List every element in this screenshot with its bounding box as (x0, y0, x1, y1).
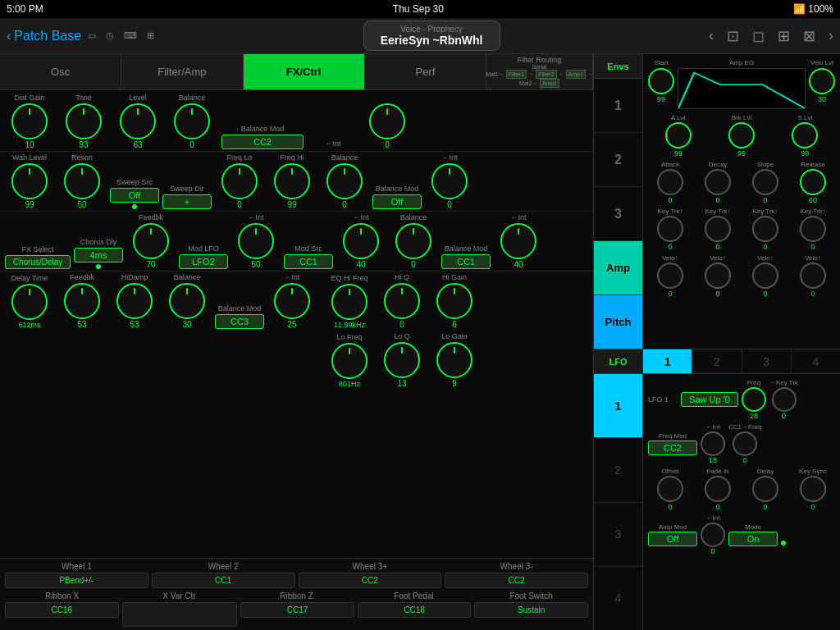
chorus-dly-box[interactable]: 4ms (74, 248, 123, 262)
balance2-knob[interactable] (326, 163, 363, 199)
footpedal-box[interactable]: CC18 (358, 602, 472, 618)
envs-3[interactable]: 3 (594, 187, 642, 241)
balance4-knob[interactable] (169, 283, 205, 319)
sweep-dir-select[interactable]: + (162, 194, 212, 209)
wheel3minus-box[interactable]: CC2 (445, 573, 588, 588)
mod-src-select[interactable]: CC1 (284, 254, 333, 269)
lfo-tab-4[interactable]: 4 (792, 349, 840, 373)
start-knob[interactable] (648, 68, 674, 94)
lfo-freq-knob[interactable] (742, 387, 766, 412)
balance-mod3-select[interactable]: CC1 (441, 254, 491, 269)
nav-right-arrow[interactable]: › (829, 27, 833, 45)
envs-amp[interactable]: Amp (594, 241, 642, 295)
wheel2-box[interactable]: CC1 (152, 573, 295, 588)
mod-lfo-select[interactable]: LFO2 (179, 254, 228, 269)
settings-icon[interactable]: ⊞ (147, 30, 154, 41)
velo4-knob[interactable] (800, 262, 826, 289)
balance-knob[interactable] (174, 103, 210, 139)
xvarctr-slider[interactable] (122, 602, 238, 627)
voice-name-box[interactable]: Voice - Prophecy EerieSyn ~RbnWhl (363, 21, 500, 51)
tone-knob[interactable] (66, 103, 102, 139)
velo-lvl-knob[interactable] (809, 68, 835, 94)
hidamp-knob[interactable] (116, 283, 153, 319)
cc1freq-knob[interactable] (733, 431, 757, 456)
fadein-knob[interactable] (705, 476, 731, 502)
tab-filteramp[interactable]: Filter/Amp (121, 54, 243, 89)
mode-select[interactable]: On (728, 532, 778, 546)
dist-gain-knob[interactable] (11, 103, 48, 139)
envs-1[interactable]: 1 (594, 79, 642, 133)
int-knob[interactable] (369, 103, 405, 139)
lfo-int-knob[interactable] (701, 431, 725, 456)
key-trk2-knob[interactable] (705, 216, 731, 242)
lfo-sidebar-3[interactable]: 3 (594, 503, 642, 567)
velo2-knob[interactable] (705, 262, 731, 289)
wheel3plus-box[interactable]: CC2 (299, 573, 442, 588)
clock-icon[interactable]: ◷ (106, 30, 114, 41)
lo-freq-knob[interactable] (331, 343, 368, 379)
int3-knob[interactable] (238, 223, 274, 259)
level-knob[interactable] (120, 103, 156, 139)
lfo-sidebar-1[interactable]: 1 (594, 374, 642, 438)
nav-back-button[interactable]: ‹ Patch Base (7, 29, 81, 43)
velo1-knob[interactable] (657, 262, 683, 289)
balance-mod4-select[interactable]: CC3 (215, 314, 264, 329)
lfo-sidebar-4[interactable]: 4 (594, 567, 642, 630)
key-sync-knob[interactable] (800, 476, 826, 502)
balance-mod-select[interactable]: CC2 (221, 135, 304, 149)
int4-knob[interactable] (274, 283, 310, 319)
ribbonz-box[interactable]: CC17 (240, 602, 354, 618)
a-lvl-knob[interactable] (665, 122, 692, 148)
nav-paste-icon[interactable]: ⊞ (778, 27, 790, 45)
wah-level-knob[interactable] (11, 163, 48, 199)
tab-fxctrl[interactable]: FX/Ctrl (244, 54, 365, 89)
velo3-knob[interactable] (752, 262, 778, 289)
tab-perf[interactable]: Perf (365, 54, 486, 89)
key-trk4-knob[interactable] (800, 216, 826, 242)
lfo-keytrk-knob[interactable] (772, 387, 797, 412)
feedbk2-knob[interactable] (64, 283, 100, 319)
envs-2[interactable]: 2 (594, 133, 642, 187)
wheel1-box[interactable]: PBend+/- (5, 573, 148, 588)
brk-lvl-knob[interactable] (728, 122, 755, 148)
amp-mod-select[interactable]: Off (648, 532, 697, 546)
freq-hi-knob[interactable] (274, 163, 310, 199)
release-knob[interactable] (800, 169, 826, 195)
slope-knob[interactable] (752, 169, 778, 195)
footswitch-box[interactable]: Sustain (474, 602, 588, 618)
freq-lo-knob[interactable] (221, 163, 258, 199)
nav-copy-icon[interactable]: ◻ (752, 27, 765, 45)
freq-mod-select[interactable]: CC2 (648, 441, 697, 455)
feedbk-knob[interactable] (133, 223, 169, 259)
int2-knob[interactable] (431, 163, 468, 199)
hi-gain-knob[interactable] (436, 283, 472, 319)
sweep-src-select[interactable]: Off (110, 188, 159, 203)
lfo-sidebar-2[interactable]: 2 (594, 438, 642, 502)
balance-mod2-select[interactable]: Off (372, 194, 422, 209)
nav-export-icon[interactable]: ⊠ (803, 27, 815, 45)
nav-left-arrow[interactable]: ‹ (709, 27, 714, 45)
lfo-waveform-select[interactable]: Saw Up '0 (681, 392, 738, 407)
lo-q-knob[interactable] (384, 342, 420, 378)
balance3-knob[interactable] (395, 223, 431, 259)
key-trk3-knob[interactable] (752, 216, 778, 242)
document-icon[interactable]: ▭ (88, 30, 96, 41)
int-far-knob[interactable] (500, 223, 536, 259)
hi-q-knob[interactable] (384, 283, 420, 319)
decay-knob[interactable] (705, 169, 731, 195)
delay-time-knob[interactable] (11, 284, 48, 320)
lo-gain-knob[interactable] (436, 342, 472, 378)
eq-hi-freq-knob[interactable] (331, 284, 368, 320)
reson-knob[interactable] (64, 163, 100, 199)
lfo-tab-3[interactable]: 3 (742, 349, 792, 373)
s-lvl-knob[interactable] (792, 122, 818, 148)
fx-select-select[interactable]: Chorus/Delay (5, 255, 71, 269)
int-right-knob[interactable] (343, 223, 379, 259)
ribbonx-box[interactable]: CC16 (5, 602, 119, 618)
lfo-tab-2[interactable]: 2 (692, 349, 742, 373)
lfo-tab-1[interactable]: 1 (643, 349, 692, 373)
key-trk1-knob[interactable] (657, 216, 683, 242)
keyboard-icon[interactable]: ⌨ (124, 30, 137, 41)
lfo-int2-knob[interactable] (701, 523, 725, 547)
envs-pitch[interactable]: Pitch (594, 295, 642, 349)
